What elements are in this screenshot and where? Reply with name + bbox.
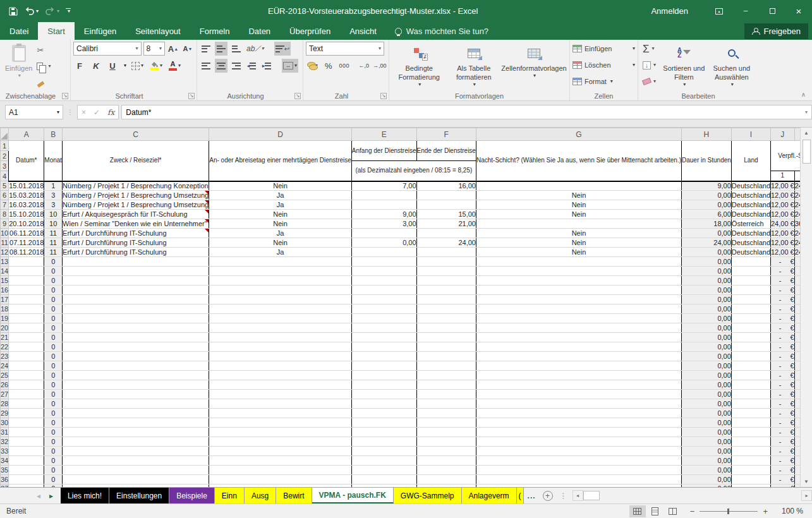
cell-F[interactable] — [416, 361, 476, 371]
cell-H[interactable]: 9,00 — [682, 181, 732, 191]
cell-B[interactable]: 0 — [44, 399, 63, 409]
cell-K[interactable]: 24,00€ — [794, 200, 800, 210]
cell-F[interactable]: 15,00 — [416, 210, 476, 219]
cell-I[interactable]: Deutschland — [731, 248, 770, 257]
cell-I[interactable]: Deutschland — [731, 238, 770, 248]
cell-K[interactable]: -€ — [794, 286, 800, 295]
orientation-button[interactable]: ab⟋▾ — [245, 42, 265, 56]
sheet-tab-einstellungen[interactable]: Einstellungen — [109, 488, 169, 503]
column-header-D[interactable]: D — [209, 128, 352, 141]
row-header-16[interactable]: 16 — [1, 286, 9, 295]
cell-F[interactable] — [416, 466, 476, 475]
cell-G[interactable] — [476, 219, 681, 229]
table-header-ende[interactable]: Ende der Dienstreise — [416, 141, 476, 161]
cell-B[interactable]: 0 — [44, 418, 63, 428]
cell-A[interactable] — [9, 276, 44, 286]
cell-K[interactable]: 24,00€ — [794, 191, 800, 200]
cell-C[interactable] — [63, 276, 209, 286]
cell-G[interactable] — [476, 276, 681, 286]
cell-F[interactable]: 24,00 — [416, 238, 476, 248]
cut-button[interactable]: ✂ — [35, 43, 52, 57]
cell-A[interactable] — [9, 447, 44, 456]
cell-C[interactable] — [63, 428, 209, 437]
row-header-24[interactable]: 24 — [1, 361, 9, 371]
cell-G[interactable]: Nein — [476, 200, 681, 210]
format-cells-button[interactable]: Format▾ — [573, 75, 635, 88]
cell-B[interactable]: 0 — [44, 371, 63, 380]
cell-I[interactable] — [731, 447, 770, 456]
row-header-12[interactable]: 12 — [1, 248, 9, 257]
row-header-35[interactable]: 35 — [1, 466, 9, 475]
cell-J[interactable]: 12,00€ — [771, 210, 795, 219]
fill-button[interactable]: ↓▾ — [641, 58, 658, 72]
cell-H[interactable]: 0,00 — [682, 314, 732, 323]
cell-G[interactable] — [476, 352, 681, 361]
cell-C[interactable] — [63, 466, 209, 475]
cell-J[interactable]: -€ — [771, 314, 795, 323]
cell-G[interactable] — [476, 475, 681, 485]
cell-D[interactable] — [209, 466, 352, 475]
cell-F[interactable] — [416, 276, 476, 286]
cell-H[interactable]: 24,00 — [682, 238, 732, 248]
cell-J[interactable]: -€ — [771, 399, 795, 409]
cell-B[interactable]: 0 — [44, 257, 63, 267]
cell-E[interactable] — [351, 399, 416, 409]
cell-B[interactable]: 0 — [44, 361, 63, 371]
merge-center-button[interactable]: ↔▾ — [282, 59, 298, 73]
cell-I[interactable] — [731, 295, 770, 304]
font-dialog-launcher-icon[interactable]: ↘ — [188, 93, 195, 99]
sheet-tab-gwg-sammelp[interactable]: GWG-Sammelp — [394, 488, 462, 503]
cell-C[interactable] — [63, 456, 209, 466]
cell-B[interactable]: 0 — [44, 276, 63, 286]
cell-C[interactable] — [63, 371, 209, 380]
cell-G[interactable] — [476, 447, 681, 456]
italic-button[interactable]: K — [90, 59, 102, 73]
zoom-level[interactable]: 100 % — [777, 507, 803, 515]
cell-E[interactable] — [351, 466, 416, 475]
cell-I[interactable] — [731, 352, 770, 361]
normal-view-icon[interactable] — [629, 505, 646, 517]
ribbon-tab-datei[interactable]: Datei — [0, 22, 38, 40]
cell-A[interactable] — [9, 323, 44, 333]
share-button[interactable]: Freigeben — [744, 23, 808, 39]
cell-G[interactable]: Nein — [476, 210, 681, 219]
row-header-26[interactable]: 26 — [1, 380, 9, 390]
cell-D[interactable] — [209, 380, 352, 390]
row-header-34[interactable]: 34 — [1, 456, 9, 466]
cell-E[interactable] — [351, 475, 416, 485]
cell-E[interactable] — [351, 352, 416, 361]
table-header-land[interactable]: Land — [731, 141, 770, 181]
cell-J[interactable]: -€ — [771, 390, 795, 399]
table-header-anreisetag[interactable]: An- oder Abreisetag einer mehrtägigen Di… — [209, 141, 352, 181]
cell-G[interactable] — [476, 267, 681, 276]
cell-C[interactable]: Erfurt / Durchführung IT-Schulung — [63, 238, 209, 248]
maximize-button[interactable] — [759, 0, 785, 22]
cell-K[interactable]: -€ — [794, 447, 800, 456]
cell-E[interactable] — [351, 286, 416, 295]
ribbon-tab-seitenlayout[interactable]: Seitenlayout — [126, 22, 190, 40]
name-box[interactable]: A1▾ — [5, 105, 63, 119]
column-header-H[interactable]: H — [682, 128, 732, 141]
cell-J[interactable]: -€ — [771, 361, 795, 371]
cell-A[interactable] — [9, 314, 44, 323]
zoom-in-icon[interactable]: + — [763, 507, 768, 516]
cell-B[interactable]: 0 — [44, 437, 63, 447]
cell-E[interactable] — [351, 447, 416, 456]
cell-E[interactable] — [351, 418, 416, 428]
cell-H[interactable]: 0,00 — [682, 390, 732, 399]
find-select-button[interactable]: Suchen und Auswählen▾ — [708, 42, 756, 90]
cell-I[interactable] — [731, 342, 770, 352]
cell-G[interactable]: Nein — [476, 229, 681, 238]
increase-font-icon[interactable]: A▲ — [167, 42, 179, 56]
cell-J[interactable]: -€ — [771, 333, 795, 342]
alignment-dialog-launcher-icon[interactable]: ↘ — [294, 93, 301, 99]
cell-D[interactable] — [209, 418, 352, 428]
cell-K[interactable]: 24,00€ — [794, 229, 800, 238]
row-header-5[interactable]: 5 — [1, 181, 9, 191]
cell-C[interactable] — [63, 257, 209, 267]
number-dialog-launcher-icon[interactable]: ↘ — [380, 93, 387, 99]
row-header-33[interactable]: 33 — [1, 447, 9, 456]
cell-C[interactable] — [63, 286, 209, 295]
cell-J[interactable]: -€ — [771, 466, 795, 475]
cell-H[interactable]: 0,00 — [682, 323, 732, 333]
